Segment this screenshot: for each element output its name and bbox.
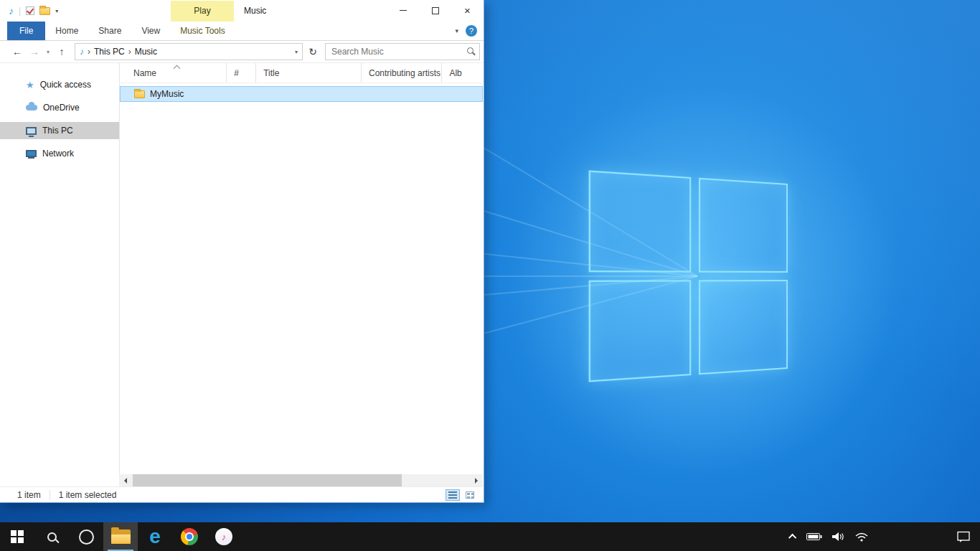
battery-button[interactable]	[806, 532, 822, 541]
column-header-number[interactable]: #	[227, 63, 256, 83]
forward-button[interactable]: →	[26, 46, 43, 57]
window-title: Music	[244, 0, 266, 22]
close-button[interactable]: ×	[451, 0, 484, 21]
sidebar-item-this-pc[interactable]: This PC	[0, 122, 119, 139]
scroll-right-button[interactable]	[471, 474, 483, 486]
sidebar-item-label: Network	[42, 149, 74, 159]
speaker-icon	[832, 532, 845, 542]
cortana-icon	[79, 529, 94, 545]
customize-toolbar-chevron-icon[interactable]: ▾	[55, 8, 58, 14]
recent-locations-chevron-icon[interactable]: ▾	[43, 49, 53, 55]
file-explorer-icon	[111, 529, 131, 544]
music-note-icon: ♪	[9, 6, 14, 16]
explorer-window: ♪ | ▾ Play Music × File Home Share View …	[0, 0, 484, 503]
search-input[interactable]	[325, 43, 480, 60]
windows-logo-pane	[589, 280, 692, 382]
tab-home[interactable]: Home	[45, 22, 88, 40]
status-bar: 1 item 1 item selected	[0, 486, 483, 502]
itunes-icon: ♪	[215, 528, 232, 545]
quick-access-star-icon: ★	[26, 80, 34, 90]
search-icon[interactable]	[467, 47, 473, 54]
column-header-label: Contributing artists	[369, 68, 440, 78]
chrome-icon	[181, 528, 198, 545]
up-button[interactable]: ↑	[53, 46, 70, 57]
maximize-icon	[432, 7, 439, 14]
column-header-label: Title	[263, 68, 279, 78]
new-folder-icon[interactable]	[39, 7, 50, 15]
folder-icon	[134, 90, 145, 98]
battery-icon	[806, 532, 822, 541]
contextual-tab-group-play[interactable]: Play	[171, 1, 234, 22]
column-header-label: Name	[133, 68, 156, 78]
tab-share[interactable]: Share	[88, 22, 131, 40]
scroll-right-icon	[475, 478, 481, 484]
window-controls: ×	[387, 0, 484, 21]
properties-icon[interactable]	[26, 6, 34, 15]
start-button[interactable]	[0, 522, 34, 551]
selection-count: 1 item selected	[59, 490, 117, 500]
breadcrumb-separator-icon: ›	[88, 47, 90, 57]
sidebar-item-onedrive[interactable]: OneDrive	[0, 99, 119, 116]
taskbar-search-button[interactable]	[34, 522, 69, 551]
itunes-button[interactable]: ♪	[207, 522, 241, 551]
back-button[interactable]: ←	[9, 46, 26, 57]
windows-start-icon	[11, 530, 24, 543]
ribbon-tab-strip: File Home Share View Music Tools ▾ ?	[0, 22, 484, 41]
scrollbar-thumb[interactable]	[133, 474, 402, 486]
this-pc-monitor-icon	[26, 127, 37, 135]
address-dropdown-chevron-icon[interactable]: ▾	[291, 49, 298, 55]
help-button[interactable]: ?	[466, 25, 477, 37]
breadcrumb-music[interactable]: Music	[135, 47, 157, 57]
column-header-contributing-artists[interactable]: Contributing artists	[362, 63, 442, 83]
sidebar-item-label: This PC	[42, 126, 73, 136]
column-header-title[interactable]: Title	[256, 63, 362, 83]
details-view-button[interactable]	[446, 489, 460, 501]
sidebar-item-network[interactable]: Network	[0, 145, 119, 162]
column-header-name[interactable]: Name	[120, 63, 227, 83]
refresh-button[interactable]: ↻	[305, 46, 321, 57]
scroll-left-button[interactable]	[119, 474, 131, 486]
thumbnails-view-button[interactable]	[463, 489, 477, 501]
volume-button[interactable]	[832, 532, 845, 542]
windows-logo-pane	[589, 170, 692, 272]
cortana-button[interactable]	[69, 522, 103, 551]
action-center-icon	[957, 531, 970, 542]
show-hidden-icons-button[interactable]	[791, 534, 796, 540]
breadcrumb-this-pc[interactable]: This PC	[94, 47, 125, 57]
network-button[interactable]	[855, 532, 868, 542]
action-center-button[interactable]	[957, 531, 970, 542]
column-header-album[interactable]: Alb	[442, 63, 483, 83]
tab-file[interactable]: File	[7, 22, 45, 40]
internet-explorer-button[interactable]: e	[138, 522, 172, 551]
network-icon	[26, 150, 37, 157]
windows-logo-pane	[699, 178, 788, 273]
search-icon	[47, 532, 57, 542]
column-header-label: Alb	[449, 68, 461, 78]
horizontal-scrollbar[interactable]	[119, 474, 483, 486]
column-header-label: #	[234, 68, 239, 78]
breadcrumb-separator-icon: ›	[128, 47, 131, 57]
minimize-button[interactable]	[387, 0, 419, 21]
tab-music-tools[interactable]: Music Tools	[170, 22, 235, 40]
navigation-pane: ★ Quick access OneDrive This PC Network	[0, 63, 119, 474]
title-bar: ♪ | ▾ Play Music ×	[0, 0, 484, 22]
file-name: MyMusic	[150, 89, 184, 99]
chrome-button[interactable]	[172, 522, 207, 551]
toolbar-separator: |	[19, 6, 21, 16]
file-row-mymusic[interactable]: MyMusic	[120, 86, 483, 102]
sidebar-item-label: OneDrive	[43, 103, 80, 113]
windows-logo-pane	[699, 280, 788, 375]
sort-ascending-icon	[174, 65, 181, 72]
navigation-toolbar: ← → ▾ ↑ ♪ › This PC › Music ▾ ↻	[0, 41, 484, 63]
maximize-button[interactable]	[419, 0, 451, 21]
chevron-up-icon	[788, 534, 796, 542]
minimize-icon	[400, 10, 407, 11]
expand-ribbon-chevron-icon[interactable]: ▾	[448, 27, 466, 34]
address-bar[interactable]: ♪ › This PC › Music ▾	[75, 43, 303, 60]
file-explorer-button[interactable]	[103, 522, 138, 551]
status-separator	[50, 490, 50, 500]
search-box	[325, 43, 480, 60]
tab-view[interactable]: View	[131, 22, 170, 40]
close-icon: ×	[464, 5, 471, 16]
sidebar-item-quick-access[interactable]: ★ Quick access	[0, 76, 119, 93]
